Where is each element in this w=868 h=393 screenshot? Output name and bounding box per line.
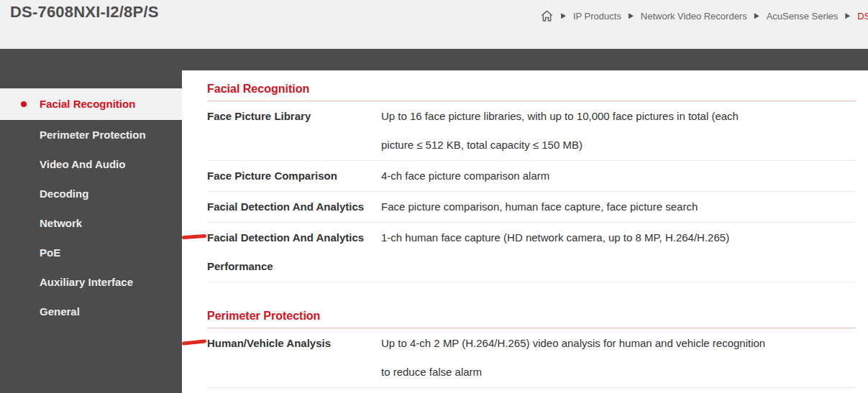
spec-label-line: Performance — [207, 252, 381, 281]
spec-label: Human/Vehicle Analysis — [207, 329, 381, 387]
spec-label-line: Facial Detection And Analytics — [207, 223, 381, 252]
sidebar-nav-list: Facial Recognition Perimeter Protection … — [0, 88, 182, 326]
page-title: DS-7608NXI-I2/8P/S — [10, 3, 159, 22]
red-dash-annotation-icon — [182, 339, 206, 346]
sidebar-item-network[interactable]: Network — [0, 208, 182, 238]
sidebar-item-label: Perimeter Protection — [40, 129, 146, 141]
table-row: Face Picture Library Up to 16 face pictu… — [207, 101, 856, 161]
section-title: Facial Recognition — [207, 83, 856, 101]
top-header-bar: DS-7608NXI-I2/8P/S ▶ IP Products ▶ Netwo… — [0, 0, 868, 49]
table-row: Facial Detection And Analytics Performan… — [207, 223, 856, 282]
spec-content-panel: Facial Recognition Face Picture Library … — [182, 70, 868, 393]
spec-label: Facial Detection And Analytics Performan… — [207, 223, 381, 281]
breadcrumb-separator-icon: ▶ — [561, 11, 566, 20]
spec-label: Face Picture Library — [207, 102, 381, 159]
sidebar-item-decoding[interactable]: Decoding — [0, 179, 182, 208]
sidebar-item-label: Video And Audio — [40, 158, 125, 170]
breadcrumb: ▶ IP Products ▶ Network Video Recorders … — [539, 7, 868, 24]
spec-value-line: Up to 16 face picture libraries, with up… — [381, 102, 856, 131]
section-title: Perimeter Protection — [207, 310, 856, 328]
table-row: Face Picture Comparison 4-ch face pictur… — [207, 161, 856, 192]
spec-value-line: picture ≤ 512 KB, total capacity ≤ 150 M… — [381, 131, 856, 159]
sidebar-item-perimeter-protection[interactable]: Perimeter Protection — [0, 120, 182, 149]
spec-section-perimeter-protection: Perimeter Protection Human/Vehicle Analy… — [207, 310, 856, 388]
breadcrumb-separator-icon: ▶ — [845, 11, 850, 20]
spec-label-line: Facial Detection And Analytics — [207, 193, 381, 221]
breadcrumb-item-ip-products[interactable]: IP Products — [573, 11, 621, 22]
sidebar-item-label: General — [40, 305, 80, 318]
spec-value: 1-ch human face capture (HD network came… — [381, 223, 856, 281]
spec-label-line: Human/Vehicle Analysis — [207, 329, 381, 358]
spec-value: Up to 16 face picture libraries, with up… — [381, 102, 856, 159]
sidebar-item-label: Facial Recognition — [40, 98, 135, 110]
spec-value: 4-ch face picture comparison alarm — [381, 162, 856, 190]
spec-value-line: Up to 4-ch 2 MP (H.264/H.265) video anal… — [381, 329, 856, 358]
sidebar-item-label: Decoding — [40, 188, 88, 200]
sidebar-item-label: Network — [40, 217, 82, 229]
spec-value: Face picture comparison, human face capt… — [381, 193, 856, 221]
sidebar-item-facial-recognition[interactable]: Facial Recognition — [0, 88, 182, 120]
breadcrumb-separator-icon: ▶ — [754, 11, 759, 20]
table-row: Human/Vehicle Analysis Up to 4-ch 2 MP (… — [207, 328, 856, 388]
active-bullet-icon — [21, 101, 27, 107]
sidebar-item-label: Auxiliary Interface — [40, 276, 133, 288]
spec-section-facial-recognition: Facial Recognition Face Picture Library … — [207, 83, 856, 282]
red-dash-annotation-icon — [182, 234, 206, 239]
sidebar-item-auxiliary-interface[interactable]: Auxiliary Interface — [0, 267, 182, 297]
spec-label: Facial Detection And Analytics — [207, 193, 381, 221]
spec-value-line: 1-ch human face capture (HD network came… — [381, 223, 856, 252]
spec-value-line: 4-ch face picture comparison alarm — [381, 162, 856, 190]
sidebar-item-label: PoE — [40, 246, 60, 259]
breadcrumb-current-item[interactable]: DS-76 — [857, 11, 868, 22]
spec-label: Face Picture Comparison — [207, 162, 381, 190]
sidebar: Facial Recognition Perimeter Protection … — [0, 49, 182, 393]
breadcrumb-item-network-video-recorders[interactable]: Network Video Recorders — [641, 11, 747, 22]
spec-value-line: Face picture comparison, human face capt… — [381, 193, 856, 221]
sidebar-item-general[interactable]: General — [0, 297, 182, 326]
sidebar-item-video-and-audio[interactable]: Video And Audio — [0, 149, 182, 179]
spec-value-line: to reduce false alarm — [381, 358, 856, 387]
sidebar-item-poe[interactable]: PoE — [0, 238, 182, 267]
breadcrumb-separator-icon: ▶ — [629, 11, 634, 20]
spec-label-line: Face Picture Library — [207, 102, 381, 131]
table-row: Facial Detection And Analytics Face pict… — [207, 192, 856, 223]
home-icon[interactable] — [539, 9, 554, 23]
breadcrumb-item-acusense-series[interactable]: AcuSense Series — [767, 11, 839, 22]
spec-value: Up to 4-ch 2 MP (H.264/H.265) video anal… — [381, 329, 856, 387]
spec-label-line: Face Picture Comparison — [207, 162, 381, 190]
